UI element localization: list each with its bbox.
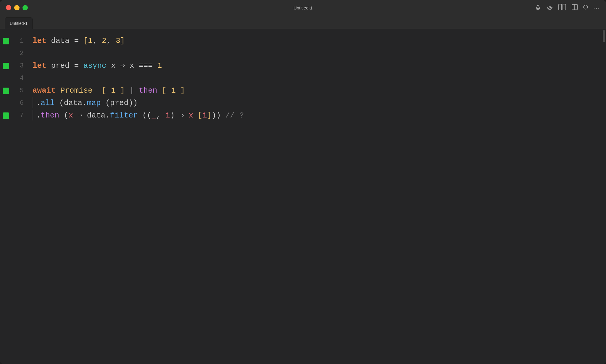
code-line-2 [33,47,602,60]
code-line-3: let pred = async x ⇒ x ≡≡≡ 1 [33,60,602,72]
traffic-lights [6,5,28,10]
layout-icon[interactable] [571,4,578,12]
more-options-icon[interactable]: ··· [593,4,600,11]
line-numbers: 1 2 3 4 5 6 7 [12,29,30,364]
line-num-3: 3 [20,60,24,72]
scrollbar-thumb[interactable] [603,30,605,42]
keyword-await: await [33,85,56,97]
breakpoint-3[interactable] [3,63,9,69]
window: Untitled-1 [0,0,606,364]
code-line-1: let data = [ 1 , 2 , 3 ] [33,35,602,47]
maximize-button[interactable] [22,5,28,10]
method-then-7: then [41,109,59,122]
flame-icon[interactable] [535,4,541,12]
breakpoint-7[interactable] [3,112,9,119]
breakpoint-row-1[interactable] [0,35,12,47]
svg-rect-1 [559,4,562,10]
line-num-2: 2 [20,47,24,60]
minimize-button[interactable] [14,5,20,10]
line-num-5: 5 [20,85,24,97]
svg-point-0 [549,6,551,8]
keyword-async: async [83,60,107,72]
breakpoint-row-7[interactable] [0,109,12,122]
comment-7: // ? [221,109,244,122]
titlebar-actions: ··· [535,4,600,12]
breakpoint-column [0,29,12,364]
code-line-5: await Promise [ 1 ] | then [ 1 ] [33,85,602,97]
breakpoint-row-5[interactable] [0,85,12,97]
window-title: Untitled-1 [294,5,312,10]
method-map: map [87,97,101,109]
line-num-4: 4 [20,72,24,85]
breakpoint-row-2[interactable] [0,47,12,60]
indent-guide-7 [33,110,33,120]
tab-untitled-1[interactable]: Untitled-1 [5,17,33,29]
titlebar: Untitled-1 [0,0,606,15]
keyword-let-1: let [33,35,46,47]
scrollbar-track[interactable] [602,29,606,364]
method-filter: filter [110,109,138,122]
line-num-7: 7 [20,109,24,122]
tab-label: Untitled-1 [10,21,28,26]
code-line-7: .then ( x ⇒ data . filter (( _ , i ) ⇒ x… [33,109,602,122]
indent-guide-6 [33,97,33,108]
code-line-4 [33,72,602,85]
breakpoint-row-4[interactable] [0,72,12,85]
keyword-promise: Promise [60,85,93,97]
breakpoint-5[interactable] [3,88,9,94]
tabbar: Untitled-1 [0,15,606,29]
broadcast-icon[interactable] [547,4,553,12]
method-all: all [41,97,55,109]
keyword-let-3: let [33,60,46,72]
code-content[interactable]: let data = [ 1 , 2 , 3 ] let pred = asyn… [30,29,602,364]
svg-rect-2 [563,4,566,10]
svg-point-5 [584,5,588,9]
code-line-6: .all ( data . map ( pred )) [33,97,602,109]
line-num-6: 6 [20,97,24,109]
circle-icon [583,5,588,11]
breakpoint-row-3[interactable] [0,60,12,72]
line-num-1: 1 [20,35,24,47]
keyword-then-5: then [139,85,157,97]
close-button[interactable] [6,5,11,10]
editor[interactable]: 1 2 3 4 5 6 7 let data = [ 1 , 2 , 3 ] [0,29,606,364]
breakpoint-row-6[interactable] [0,97,12,109]
breakpoint-1[interactable] [3,38,9,44]
split-view-icon[interactable] [558,4,566,12]
